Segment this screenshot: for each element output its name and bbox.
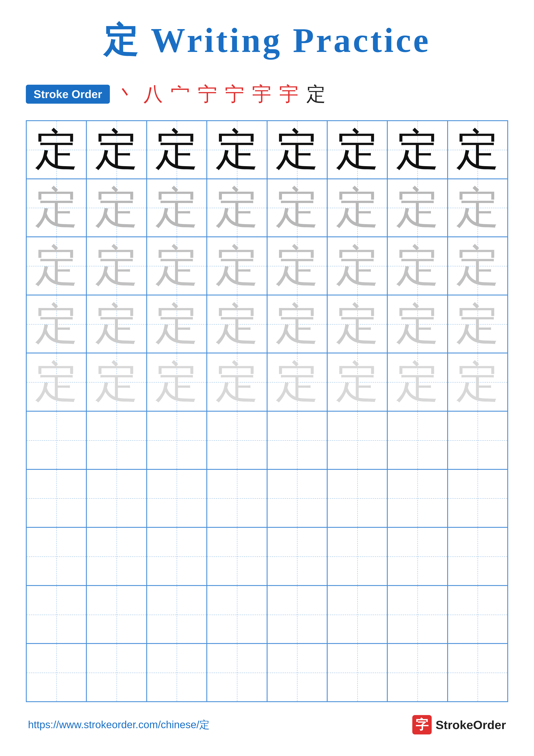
grid-cell[interactable] — [267, 527, 327, 585]
grid-cell[interactable]: 定 — [267, 295, 327, 353]
grid-cell[interactable]: 定 — [447, 353, 508, 411]
grid-cell[interactable]: 定 — [327, 353, 387, 411]
grid-cell[interactable]: 定 — [147, 121, 207, 179]
grid-cell[interactable] — [327, 585, 387, 644]
grid-cell[interactable]: 定 — [327, 295, 387, 353]
grid-cell[interactable]: 定 — [147, 353, 207, 411]
stroke-order-row: Stroke Order 丶 八 宀 宁 宁 宇 宇 定 — [26, 81, 508, 107]
grid-cell[interactable] — [267, 643, 327, 702]
stroke-3: 宀 — [171, 81, 194, 107]
grid-cell[interactable] — [387, 527, 447, 585]
grid-cell[interactable]: 定 — [26, 237, 87, 295]
grid-cell[interactable] — [26, 585, 87, 644]
grid-cell[interactable] — [387, 643, 447, 702]
grid-cell[interactable]: 定 — [447, 179, 508, 237]
grid-cell[interactable] — [447, 411, 508, 470]
grid-cell[interactable]: 定 — [147, 295, 207, 353]
grid-cell[interactable]: 定 — [87, 353, 146, 411]
grid-cell[interactable] — [327, 527, 387, 585]
stroke-8: 定 — [306, 81, 330, 107]
grid-cell[interactable] — [447, 643, 508, 702]
grid-cell[interactable] — [327, 411, 387, 470]
title-kanji: 定 — [103, 21, 140, 60]
grid-cell[interactable]: 定 — [447, 121, 508, 179]
grid-cell[interactable] — [26, 411, 87, 470]
grid-cell[interactable]: 定 — [26, 295, 87, 353]
grid-cell[interactable]: 定 — [327, 237, 387, 295]
grid-cell[interactable]: 定 — [147, 237, 207, 295]
grid-cell[interactable] — [87, 470, 146, 527]
grid-cell[interactable]: 定 — [447, 295, 508, 353]
grid-cell[interactable] — [267, 470, 327, 527]
grid-cell[interactable]: 定 — [327, 121, 387, 179]
grid-cell[interactable] — [147, 585, 207, 644]
grid-cell[interactable]: 定 — [387, 179, 447, 237]
stroke-5: 宁 — [225, 81, 248, 107]
footer-logo: 字 StrokeOrder — [412, 715, 506, 735]
grid-cell[interactable] — [207, 643, 267, 702]
grid-cell[interactable]: 定 — [87, 237, 146, 295]
grid-cell[interactable]: 定 — [387, 295, 447, 353]
grid-cell[interactable]: 定 — [387, 121, 447, 179]
grid-cell[interactable] — [387, 585, 447, 644]
grid-cell[interactable] — [147, 411, 207, 470]
grid-cell[interactable] — [87, 527, 146, 585]
grid-cell[interactable] — [87, 643, 146, 702]
grid-cell[interactable] — [387, 411, 447, 470]
grid-cell[interactable]: 定 — [87, 295, 146, 353]
grid-cell[interactable]: 定 — [87, 179, 146, 237]
grid-cell[interactable]: 定 — [87, 121, 146, 179]
grid-cell[interactable] — [26, 527, 87, 585]
grid-cell[interactable]: 定 — [26, 353, 87, 411]
grid-cell[interactable] — [207, 470, 267, 527]
stroke-4: 宁 — [198, 81, 221, 107]
grid-cell[interactable] — [327, 643, 387, 702]
grid-cell[interactable]: 定 — [267, 121, 327, 179]
grid-cell[interactable] — [447, 527, 508, 585]
grid-cell[interactable] — [207, 585, 267, 644]
grid-cell[interactable] — [87, 585, 146, 644]
stroke-7: 宇 — [279, 81, 302, 107]
grid-cell[interactable] — [267, 411, 327, 470]
grid-cell[interactable]: 定 — [327, 179, 387, 237]
grid-cell[interactable]: 定 — [147, 179, 207, 237]
grid-cell[interactable]: 定 — [26, 121, 87, 179]
title-text: Writing Practice — [140, 21, 431, 60]
writing-grid: 定定定定定定定定定定定定定定定定定定定定定定定定定定定定定定定定定定定定定定定定 — [26, 120, 508, 702]
footer: https://www.strokeorder.com/chinese/定 字 … — [26, 715, 508, 735]
grid-cell[interactable] — [147, 643, 207, 702]
grid-cell[interactable] — [447, 470, 508, 527]
grid-cell[interactable]: 定 — [267, 179, 327, 237]
grid-cell[interactable]: 定 — [267, 237, 327, 295]
footer-logo-icon: 字 — [412, 715, 432, 735]
stroke-2: 八 — [143, 81, 167, 107]
grid-cell[interactable]: 定 — [207, 237, 267, 295]
grid-cell[interactable]: 定 — [447, 237, 508, 295]
page: 定 Writing Practice Stroke Order 丶 八 宀 宁 … — [0, 0, 534, 756]
grid-cell[interactable]: 定 — [207, 121, 267, 179]
grid-cell[interactable]: 定 — [387, 353, 447, 411]
grid-cell[interactable] — [387, 470, 447, 527]
grid-cell[interactable]: 定 — [26, 179, 87, 237]
grid-cell[interactable]: 定 — [207, 295, 267, 353]
grid-cell[interactable] — [447, 585, 508, 644]
grid-cell[interactable]: 定 — [207, 179, 267, 237]
grid-cell[interactable] — [327, 470, 387, 527]
grid-cell[interactable] — [207, 411, 267, 470]
grid-cell[interactable] — [26, 470, 87, 527]
page-title: 定 Writing Practice — [26, 17, 508, 64]
stroke-6: 宇 — [252, 81, 275, 107]
stroke-order-badge: Stroke Order — [26, 85, 110, 104]
grid-cell[interactable] — [147, 470, 207, 527]
grid-cell[interactable] — [147, 527, 207, 585]
stroke-1: 丶 — [116, 81, 140, 107]
grid-cell[interactable] — [26, 643, 87, 702]
grid-cell[interactable]: 定 — [267, 353, 327, 411]
grid-cell[interactable] — [267, 585, 327, 644]
stroke-order-chars: 丶 八 宀 宁 宁 宇 宇 定 — [116, 81, 330, 107]
footer-url: https://www.strokeorder.com/chinese/定 — [28, 718, 210, 732]
grid-cell[interactable] — [207, 527, 267, 585]
grid-cell[interactable]: 定 — [207, 353, 267, 411]
grid-cell[interactable] — [87, 411, 146, 470]
grid-cell[interactable]: 定 — [387, 237, 447, 295]
